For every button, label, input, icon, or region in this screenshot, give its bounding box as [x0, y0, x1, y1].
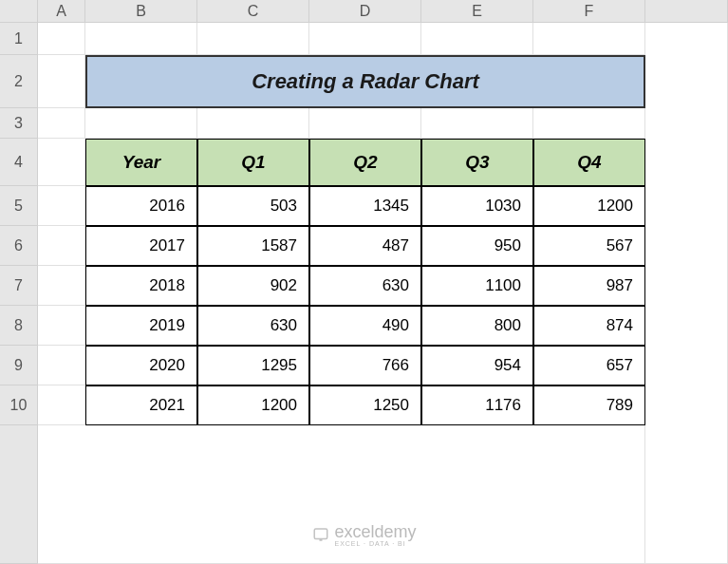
cell-D3[interactable] [309, 108, 421, 139]
cell-A3[interactable] [38, 108, 85, 139]
table-cell[interactable]: 2017 [85, 226, 197, 266]
cell-B3[interactable] [85, 108, 197, 139]
table-cell[interactable]: 2020 [85, 346, 197, 385]
row-header-1[interactable]: 1 [0, 23, 38, 55]
cell-D1[interactable] [309, 23, 421, 55]
table-cell[interactable]: 1176 [421, 385, 533, 425]
table-cell[interactable]: 657 [533, 346, 645, 385]
row-header-7[interactable]: 7 [0, 266, 38, 306]
cell-A8[interactable] [38, 306, 85, 346]
row-header-6[interactable]: 6 [0, 226, 38, 266]
table-cell[interactable]: 490 [309, 306, 421, 346]
table-cell[interactable]: 789 [533, 385, 645, 425]
table-cell[interactable]: 950 [421, 226, 533, 266]
table-header-year[interactable]: Year [85, 139, 197, 186]
col-header-E[interactable]: E [421, 0, 533, 23]
cell-E3[interactable] [421, 108, 533, 139]
row-header-5[interactable]: 5 [0, 186, 38, 226]
cell-A1[interactable] [38, 23, 85, 55]
table-cell[interactable]: 1100 [421, 266, 533, 306]
table-cell[interactable]: 2019 [85, 306, 197, 346]
table-header-q2[interactable]: Q2 [309, 139, 421, 186]
table-cell[interactable]: 1030 [421, 186, 533, 226]
table-cell[interactable]: 2018 [85, 266, 197, 306]
table-cell[interactable]: 902 [197, 266, 309, 306]
cell-F1[interactable] [533, 23, 645, 55]
watermark-text: exceldemy [334, 522, 416, 541]
cell-A6[interactable] [38, 226, 85, 266]
table-cell[interactable]: 1587 [197, 226, 309, 266]
row-header-4[interactable]: 4 [0, 139, 38, 186]
row-header-3[interactable]: 3 [0, 108, 38, 139]
table-header-q4[interactable]: Q4 [533, 139, 645, 186]
cell-B1[interactable] [85, 23, 197, 55]
table-cell[interactable]: 630 [309, 266, 421, 306]
title-banner[interactable]: Creating a Radar Chart [85, 55, 645, 108]
row-header-10[interactable]: 10 [0, 385, 38, 425]
table-cell[interactable]: 766 [309, 346, 421, 385]
table-cell[interactable]: 1200 [533, 186, 645, 226]
table-cell[interactable]: 1250 [309, 385, 421, 425]
cell-A7[interactable] [38, 266, 85, 306]
table-cell[interactable]: 487 [309, 226, 421, 266]
table-cell[interactable]: 2021 [85, 385, 197, 425]
col-header-blank [645, 0, 728, 23]
table-cell[interactable]: 1200 [197, 385, 309, 425]
table-header-q1[interactable]: Q1 [197, 139, 309, 186]
cell-C1[interactable] [197, 23, 309, 55]
cell-E1[interactable] [421, 23, 533, 55]
col-header-F[interactable]: F [533, 0, 645, 23]
table-cell[interactable]: 800 [421, 306, 533, 346]
watermark: exceldemy EXCEL · DATA · BI [311, 522, 416, 547]
spreadsheet-grid: A B C D E F 1 2 3 4 5 6 7 8 9 10 Creatin… [0, 0, 728, 564]
select-all-corner[interactable] [0, 0, 38, 23]
col-header-A[interactable]: A [38, 0, 85, 23]
cell-A4[interactable] [38, 139, 85, 186]
col-header-B[interactable]: B [85, 0, 197, 23]
cell-A5[interactable] [38, 186, 85, 226]
table-cell[interactable]: 503 [197, 186, 309, 226]
exceldemy-logo-icon [311, 526, 328, 543]
cell-F3[interactable] [533, 108, 645, 139]
cell-A10[interactable] [38, 385, 85, 425]
row-header-2[interactable]: 2 [0, 55, 38, 108]
table-header-q3[interactable]: Q3 [421, 139, 533, 186]
col-header-D[interactable]: D [309, 0, 421, 23]
table-cell[interactable]: 874 [533, 306, 645, 346]
table-cell[interactable]: 630 [197, 306, 309, 346]
cell-blank[interactable] [645, 23, 728, 564]
cell-A2[interactable] [38, 55, 85, 108]
col-header-C[interactable]: C [197, 0, 309, 23]
table-cell[interactable]: 954 [421, 346, 533, 385]
table-cell[interactable]: 987 [533, 266, 645, 306]
cell-C3[interactable] [197, 108, 309, 139]
row-header-8[interactable]: 8 [0, 306, 38, 346]
table-cell[interactable]: 1345 [309, 186, 421, 226]
svg-rect-0 [314, 529, 327, 539]
row-header-blank [0, 425, 38, 564]
svg-rect-1 [319, 539, 322, 541]
table-cell[interactable]: 2016 [85, 186, 197, 226]
watermark-sub: EXCEL · DATA · BI [334, 540, 416, 547]
row-header-9[interactable]: 9 [0, 346, 38, 385]
table-cell[interactable]: 1295 [197, 346, 309, 385]
table-cell[interactable]: 567 [533, 226, 645, 266]
cell-A9[interactable] [38, 346, 85, 385]
